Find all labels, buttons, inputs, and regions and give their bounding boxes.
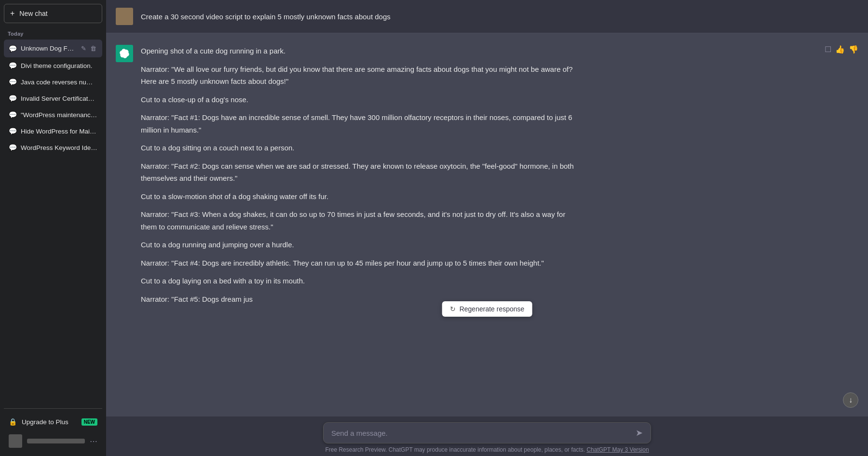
today-section-label: Today xyxy=(4,29,102,40)
footer-link[interactable]: ChatGPT May 3 Version xyxy=(586,446,649,453)
chat-item-label: Unknown Dog Facts. xyxy=(21,45,76,52)
chat-item-actions: ✎ 🗑 xyxy=(80,44,97,53)
thumbs-up-icon[interactable]: 👍 xyxy=(835,45,845,54)
user-profile-row[interactable]: ⋯ xyxy=(4,430,102,452)
response-para-7: Cut to a slow-motion shot of a dog shaki… xyxy=(141,190,575,203)
response-para-3: Cut to a close-up of a dog's nose. xyxy=(141,94,575,106)
assistant-message: Opening shot of a cute dog running in a … xyxy=(106,33,868,317)
main-content: Create a 30 second video script to expla… xyxy=(106,0,868,456)
input-area: ➤ Free Research Preview. ChatGPT may pro… xyxy=(106,416,868,456)
upgrade-icon: 🔒 xyxy=(9,418,17,426)
chat-icon: 💬 xyxy=(9,127,17,135)
send-button[interactable]: ➤ xyxy=(636,428,643,438)
chat-icon: 💬 xyxy=(9,144,17,151)
scroll-down-button[interactable]: ↓ xyxy=(843,392,858,408)
new-chat-label: New chat xyxy=(19,10,47,17)
new-badge: NEW xyxy=(81,418,97,426)
response-para-4: Narrator: "Fact #1: Dogs have an incredi… xyxy=(141,111,575,136)
response-para-11: Cut to a dog laying on a bed with a toy … xyxy=(141,275,575,287)
regenerate-icon: ↻ xyxy=(450,305,456,313)
user-message-bar: Create a 30 second video script to expla… xyxy=(106,0,868,33)
assistant-message-body: Opening shot of a cute dog running in a … xyxy=(141,45,575,305)
user-name xyxy=(27,439,85,443)
response-para-9: Cut to a dog running and jumping over a … xyxy=(141,239,575,251)
chat-icon: 💬 xyxy=(9,62,17,69)
chat-item-label: Hide WordPress for Maintenan xyxy=(21,128,97,135)
regenerate-label: Regenerate response xyxy=(460,305,525,313)
chat-icon: 💬 xyxy=(9,94,17,102)
response-para-8: Narrator: "Fact #3: When a dog shakes, i… xyxy=(141,208,575,233)
user-avatar xyxy=(9,434,22,448)
sidebar-item-wordpress-keyword[interactable]: 💬 WordPress Keyword Ideas. xyxy=(4,139,102,156)
response-para-5: Cut to a dog sitting on a couch next to … xyxy=(141,142,575,154)
sidebar-item-unknown-dog-facts[interactable]: 💬 Unknown Dog Facts. ✎ 🗑 xyxy=(4,40,102,57)
upgrade-label: Upgrade to Plus xyxy=(22,418,68,426)
chat-item-label: Divi theme configuration. xyxy=(21,62,97,69)
sidebar-item-hide-wordpress[interactable]: 💬 Hide WordPress for Maintenan xyxy=(4,123,102,139)
copy-icon[interactable]: ☐ xyxy=(825,45,831,54)
message-input-box: ➤ xyxy=(323,422,651,443)
chat-item-label: Invalid Server Certificate Error xyxy=(21,95,97,102)
chat-icon: 💬 xyxy=(9,111,17,119)
response-para-1: Opening shot of a cute dog running in a … xyxy=(141,45,575,57)
chat-content[interactable]: Opening shot of a cute dog running in a … xyxy=(106,33,868,416)
sidebar-item-wordpress-maintenance[interactable]: 💬 "WordPress maintenance plug xyxy=(4,107,102,123)
thumbs-down-icon[interactable]: 👎 xyxy=(849,45,858,54)
response-para-10: Narrator: "Fact #4: Dogs are incredibly … xyxy=(141,257,575,269)
new-chat-button[interactable]: + New chat xyxy=(4,4,102,23)
chat-list: 💬 Unknown Dog Facts. ✎ 🗑 💬 Divi theme co… xyxy=(4,40,102,408)
message-actions: ☐ 👍 👎 xyxy=(825,45,858,54)
plus-icon: + xyxy=(10,9,14,18)
sidebar-bottom: 🔒 Upgrade to Plus NEW ⋯ xyxy=(4,408,102,452)
chat-icon: 💬 xyxy=(9,78,17,86)
chat-item-label: "WordPress maintenance plug xyxy=(21,111,97,119)
chat-item-label: Java code reverses numbers. xyxy=(21,79,97,86)
user-message-text: Create a 30 second video script to expla… xyxy=(141,13,391,21)
regenerate-popup[interactable]: ↻ Regenerate response xyxy=(442,301,532,317)
response-para-2: Narrator: "We all love our furry friends… xyxy=(141,63,575,88)
upgrade-to-plus-button[interactable]: 🔒 Upgrade to Plus NEW xyxy=(4,414,102,430)
sidebar-item-java-code[interactable]: 💬 Java code reverses numbers. xyxy=(4,74,102,90)
chat-icon: 💬 xyxy=(9,45,17,53)
chat-item-label: WordPress Keyword Ideas. xyxy=(21,144,97,151)
edit-icon[interactable]: ✎ xyxy=(80,44,87,53)
footer-text: Free Research Preview. ChatGPT may produ… xyxy=(325,446,649,453)
message-input[interactable] xyxy=(331,429,631,437)
gpt-avatar xyxy=(116,45,133,62)
sidebar-item-divi-theme[interactable]: 💬 Divi theme configuration. xyxy=(4,57,102,74)
sidebar: + New chat Today 💬 Unknown Dog Facts. ✎ … xyxy=(0,0,106,456)
footer-main-text: Free Research Preview. ChatGPT may produ… xyxy=(325,446,585,453)
response-para-6: Narrator: "Fact #2: Dogs can sense when … xyxy=(141,160,575,185)
more-options-icon[interactable]: ⋯ xyxy=(90,437,97,446)
sidebar-item-invalid-cert[interactable]: 💬 Invalid Server Certificate Error xyxy=(4,90,102,107)
user-avatar-thumb xyxy=(116,8,133,25)
delete-icon[interactable]: 🗑 xyxy=(89,44,97,53)
